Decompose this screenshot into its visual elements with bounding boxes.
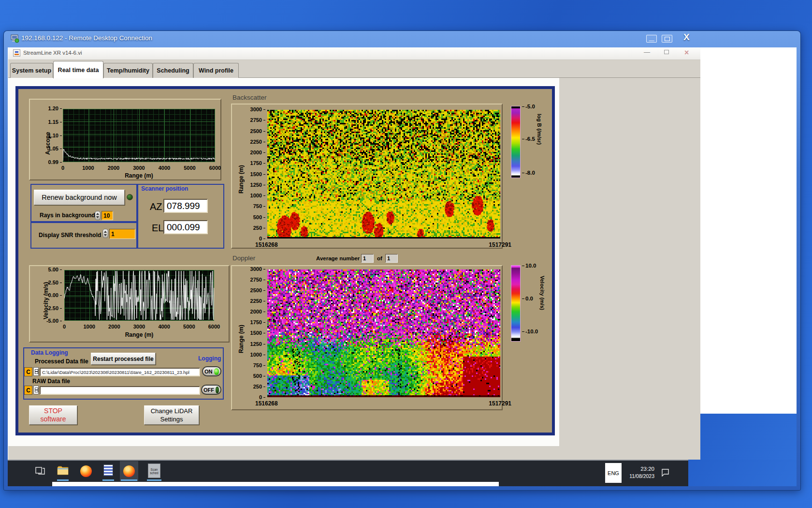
tab-wind-profile[interactable]: Wind profile bbox=[193, 63, 239, 78]
backscatter-x-end: 1517291 bbox=[463, 241, 511, 248]
running-indicator-firefox bbox=[121, 479, 137, 481]
firefox-active-icon[interactable] bbox=[123, 465, 135, 477]
change-lidar-settings-button[interactable]: Change LiDARSettings bbox=[144, 405, 199, 425]
velocity-x-tick: 4000 bbox=[155, 324, 174, 329]
processed-drive-button[interactable]: C bbox=[24, 367, 32, 376]
tab-scheduling[interactable]: Scheduling bbox=[153, 63, 193, 78]
velocity-x-tick: 1000 bbox=[80, 324, 99, 329]
doppler-cbar-tick-bot: -10.0 bbox=[522, 329, 538, 334]
velocity-plot bbox=[64, 270, 214, 321]
backscatter-title: Backscatter bbox=[232, 94, 267, 101]
renew-background-button[interactable]: Renew background now bbox=[34, 190, 125, 205]
logging-label: Logging bbox=[198, 355, 221, 362]
ascope-x-axis-label: Range (m) bbox=[63, 172, 215, 179]
backscatter-y-tick: 1000 bbox=[250, 193, 265, 198]
rdp-maximize-button[interactable] bbox=[662, 35, 672, 43]
rays-in-background-label: Rays in background bbox=[40, 212, 95, 219]
rays-spinner[interactable] bbox=[95, 211, 101, 220]
velocity-x-axis-label: Range (m) bbox=[64, 331, 214, 338]
snr-threshold-label: Display SNR threshold bbox=[39, 232, 101, 239]
average-number-field[interactable]: 1 bbox=[361, 254, 374, 263]
doppler-y-tick: 1750 bbox=[250, 320, 265, 325]
processed-logging-toggle[interactable]: ON bbox=[202, 366, 221, 376]
raw-drive-button[interactable]: C bbox=[24, 386, 32, 395]
processed-path-field[interactable]: C:\Lidar\Data\Proc\2023\202308\20230811\… bbox=[40, 368, 200, 376]
backscatter-x-start: 1516268 bbox=[255, 241, 278, 248]
velocity-y-tick: 5.00 bbox=[48, 267, 62, 272]
doppler-y-tick: 500 bbox=[253, 374, 265, 379]
doppler-y-tick: 250 bbox=[253, 384, 265, 389]
stop-software-button[interactable]: STOPsoftware bbox=[29, 405, 77, 425]
raw-data-file-label: RAW Data file bbox=[32, 378, 70, 385]
ascope-y-tick: 0.99 bbox=[48, 160, 62, 165]
notepad-doc-icon[interactable] bbox=[103, 464, 113, 476]
running-indicator-scan bbox=[147, 479, 161, 481]
scan-scheduler-icon[interactable]: Scan sched bbox=[148, 463, 160, 478]
backscatter-y-tick: 2750 bbox=[250, 118, 265, 123]
average-total-field: 1 bbox=[385, 254, 398, 263]
backscatter-y-tick: 750 bbox=[253, 204, 265, 209]
doppler-x-start: 1516268 bbox=[255, 400, 278, 407]
backscatter-y-tick: 3000 bbox=[250, 107, 265, 112]
task-view-icon[interactable] bbox=[35, 465, 46, 477]
doppler-y-tick: 2000 bbox=[250, 309, 265, 314]
doppler-title: Doppler bbox=[232, 254, 255, 262]
ascope-x-tick: 6000 bbox=[205, 165, 225, 171]
restart-processed-file-button[interactable]: Restart processed file bbox=[91, 353, 156, 365]
ascope-y-tick: 1.05 bbox=[48, 146, 62, 151]
running-indicator-explorer bbox=[57, 479, 69, 481]
raw-path-browse-icon[interactable] bbox=[33, 386, 39, 394]
velocity-y-ticks: 5.002.500.00-2.50-5.00 bbox=[44, 267, 62, 324]
backscatter-y-tick: 500 bbox=[253, 215, 265, 220]
ascope-plot bbox=[63, 109, 215, 162]
velocity-x-ticks: 0100020003000400050006000 bbox=[55, 324, 224, 329]
doppler-y-tick: 1250 bbox=[250, 342, 265, 347]
app-close-button[interactable]: × bbox=[684, 48, 689, 57]
doppler-y-tick: 2500 bbox=[250, 288, 265, 293]
tab-temp-humidity[interactable]: Temp/humidity bbox=[103, 63, 153, 78]
backscatter-y-tick: 250 bbox=[253, 225, 265, 231]
backscatter-y-tick: 2500 bbox=[250, 129, 265, 134]
ascope-x-tick: 5000 bbox=[180, 165, 200, 171]
snr-value-field[interactable]: 1 bbox=[109, 229, 135, 239]
rays-value-field[interactable]: 10 bbox=[102, 211, 113, 220]
clock-time: 23:20 bbox=[624, 465, 654, 473]
backscatter-y-tick: 1750 bbox=[250, 161, 265, 166]
velocity-x-tick: 0 bbox=[55, 324, 74, 329]
ascope-x-tick: 2000 bbox=[104, 165, 123, 171]
doppler-y-axis-label: Range (m) bbox=[238, 314, 245, 353]
az-value-field: 078.999 bbox=[163, 199, 208, 213]
action-center-icon[interactable] bbox=[661, 468, 670, 477]
backscatter-cbar-label: log B (/m/sr) bbox=[536, 114, 542, 172]
app-titlebar bbox=[8, 47, 700, 60]
doppler-y-tick: 1000 bbox=[250, 352, 265, 358]
remote-desktop-wallpaper bbox=[700, 414, 797, 461]
rdp-minimize-button[interactable]: — bbox=[646, 35, 657, 43]
backscatter-y-tick: 1250 bbox=[250, 182, 265, 188]
raw-logging-toggle[interactable]: OFF bbox=[201, 385, 221, 395]
velocity-x-tick: 3000 bbox=[130, 324, 149, 329]
taskbar-clock[interactable]: 23:20 11/08/2023 bbox=[624, 465, 654, 480]
tab-system-setup[interactable]: System setup bbox=[10, 63, 53, 78]
language-indicator[interactable]: ENG bbox=[605, 463, 622, 483]
logging-on-lamp bbox=[214, 368, 219, 375]
az-label: AZ bbox=[150, 201, 162, 212]
data-logging-title: Data Logging bbox=[31, 349, 68, 356]
file-explorer-icon[interactable] bbox=[57, 465, 69, 477]
snr-spinner[interactable] bbox=[102, 229, 108, 238]
ascope-x-tick: 0 bbox=[53, 165, 72, 171]
renew-status-led bbox=[127, 194, 133, 200]
app-maximize-button[interactable] bbox=[664, 50, 669, 54]
tab-real-time-data[interactable]: Real time data bbox=[53, 61, 103, 78]
firefox-icon[interactable] bbox=[80, 465, 92, 477]
velocity-y-tick: 0.00 bbox=[48, 293, 62, 298]
raw-path-field[interactable] bbox=[40, 386, 200, 395]
remote-computer-icon bbox=[11, 34, 19, 43]
processed-path-browse-icon[interactable] bbox=[33, 367, 39, 376]
app-minimize-button[interactable]: — bbox=[644, 48, 650, 56]
ascope-x-tick: 4000 bbox=[155, 165, 174, 171]
labview-vi-icon bbox=[13, 49, 20, 57]
el-value-field: 000.099 bbox=[163, 220, 208, 234]
velocity-y-tick: 2.50 bbox=[48, 280, 62, 285]
rdp-close-button[interactable]: X bbox=[683, 32, 690, 43]
